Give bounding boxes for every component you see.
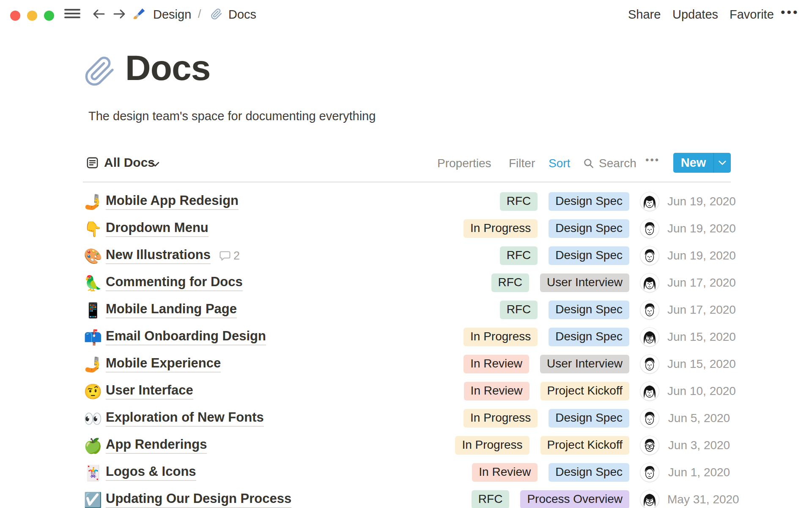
chevron-down-icon[interactable] <box>151 161 160 167</box>
row-title-group: 🤳Mobile App Redesign <box>84 188 239 215</box>
status-tag[interactable]: In Progress <box>464 409 538 428</box>
table-row[interactable]: ☑️Updating Our Design ProcessRFCProcess … <box>0 486 812 508</box>
avatar-man <box>640 409 659 428</box>
edited-date: Jun 10, 2020 <box>667 384 731 398</box>
category-tag[interactable]: Design Spec <box>549 246 629 265</box>
doc-title-link[interactable]: Mobile App Redesign <box>106 193 239 210</box>
doc-title-link[interactable]: New Illustrations <box>106 247 211 264</box>
table-row[interactable]: 👀Exploration of New FontsIn ProgressDesi… <box>0 405 812 432</box>
doc-title-link[interactable]: Email Onboarding Design <box>106 329 266 345</box>
doc-list: 🤳Mobile App RedesignRFCDesign SpecJun 19… <box>0 188 812 508</box>
table-row[interactable]: 🃏Logos & IconsIn ReviewDesign SpecJun 1,… <box>0 459 812 486</box>
row-properties: In ProgressDesign Spec <box>464 328 629 346</box>
category-tag[interactable]: Design Spec <box>549 463 629 482</box>
status-tag[interactable]: RFC <box>500 192 538 211</box>
filter-button[interactable]: Filter <box>509 157 535 170</box>
properties-button[interactable]: Properties <box>437 157 491 170</box>
updates-button[interactable]: Updates <box>672 8 718 22</box>
comment-bubble-icon <box>219 250 231 262</box>
status-tag[interactable]: In Review <box>464 355 529 373</box>
breadcrumb-docs[interactable]: Docs <box>228 8 256 22</box>
category-tag[interactable]: Design Spec <box>549 192 629 211</box>
category-tag[interactable]: Project Kickoff <box>540 436 629 455</box>
zoom-window-button[interactable] <box>44 11 54 21</box>
category-tag[interactable]: Project Kickoff <box>540 382 629 400</box>
edited-date: Jun 19, 2020 <box>667 222 731 235</box>
new-dropdown-chevron-icon[interactable] <box>714 160 731 166</box>
doc-title-link[interactable]: Dropdown Menu <box>106 220 208 237</box>
more-options-button[interactable]: ••• <box>781 5 799 19</box>
breadcrumb-separator: / <box>198 8 201 21</box>
breadcrumb-design[interactable]: Design <box>153 8 191 22</box>
doc-title-link[interactable]: Mobile Experience <box>106 356 221 373</box>
edited-date: Jun 3, 2020 <box>667 439 731 452</box>
list-view-icon <box>86 156 99 169</box>
doc-title-link[interactable]: Logos & Icons <box>106 464 196 481</box>
forward-arrow-icon[interactable] <box>112 6 127 22</box>
new-button[interactable]: New <box>673 153 731 173</box>
comment-count-badge[interactable]: 2 <box>219 249 240 262</box>
doc-title-link[interactable]: Commenting for Docs <box>106 274 243 291</box>
status-tag[interactable]: In Progress <box>464 219 538 238</box>
page-paperclip-icon[interactable] <box>84 55 116 87</box>
table-row[interactable]: 🎨New Illustrations2RFCDesign SpecJun 19,… <box>0 242 812 269</box>
avatar-woman <box>640 273 659 292</box>
category-tag[interactable]: Design Spec <box>549 219 629 238</box>
status-tag[interactable]: RFC <box>491 273 529 292</box>
page-emoji-icon: 🍏 <box>84 438 106 453</box>
row-title-group: 🃏Logos & Icons <box>84 459 196 486</box>
back-arrow-icon[interactable] <box>91 6 107 22</box>
status-tag[interactable]: In Progress <box>455 436 529 455</box>
row-title-group: 🍏App Renderings <box>84 432 207 459</box>
avatar-man <box>640 219 659 238</box>
status-tag[interactable]: RFC <box>500 246 538 265</box>
category-tag[interactable]: Process Overview <box>520 490 629 508</box>
status-tag[interactable]: RFC <box>500 301 538 319</box>
category-tag[interactable]: Design Spec <box>549 328 629 346</box>
table-row[interactable]: 👇Dropdown MenuIn ProgressDesign SpecJun … <box>0 215 812 242</box>
category-tag[interactable]: User Interview <box>540 273 629 292</box>
table-row[interactable]: 🤳Mobile App RedesignRFCDesign SpecJun 19… <box>0 188 812 215</box>
edited-date: May 31, 2020 <box>667 493 731 506</box>
category-tag[interactable]: User Interview <box>540 355 629 373</box>
doc-title-link[interactable]: Exploration of New Fonts <box>106 410 264 427</box>
category-tag[interactable]: Design Spec <box>549 301 629 319</box>
favorite-button[interactable]: Favorite <box>730 8 774 22</box>
edited-date: Jun 1, 2020 <box>667 466 731 479</box>
doc-title-link[interactable]: User Interface <box>106 383 193 400</box>
minimize-window-button[interactable] <box>27 11 37 21</box>
table-row[interactable]: 🦜Commenting for DocsRFCUser InterviewJun… <box>0 269 812 296</box>
table-row[interactable]: 📱Mobile Landing PageRFCDesign SpecJun 17… <box>0 296 812 323</box>
share-button[interactable]: Share <box>628 8 661 22</box>
page-emoji-icon: 👇 <box>84 221 106 236</box>
status-tag[interactable]: RFC <box>472 490 510 508</box>
table-row[interactable]: 🤳Mobile ExperienceIn ReviewUser Intervie… <box>0 351 812 378</box>
row-properties: In ReviewUser Interview <box>464 355 629 373</box>
view-selector[interactable]: All Docs <box>104 155 155 170</box>
doc-title-link[interactable]: Updating Our Design Process <box>106 491 291 508</box>
new-button-label[interactable]: New <box>673 156 713 170</box>
paperclip-icon <box>211 8 222 20</box>
category-tag[interactable]: Design Spec <box>549 409 629 428</box>
table-row[interactable]: 📫Email Onboarding DesignIn ProgressDesig… <box>0 323 812 351</box>
view-more-options-button[interactable]: ••• <box>645 154 660 166</box>
close-window-button[interactable] <box>10 11 20 21</box>
doc-title-link[interactable]: App Renderings <box>106 437 207 454</box>
status-tag[interactable]: In Review <box>464 382 529 400</box>
page-emoji-icon: 🤨 <box>84 384 106 399</box>
search-icon[interactable] <box>583 157 594 169</box>
avatar-man-glasses <box>640 436 659 455</box>
status-tag[interactable]: In Progress <box>464 328 538 346</box>
doc-title-link[interactable]: Mobile Landing Page <box>106 301 237 318</box>
search-button[interactable]: Search <box>599 157 636 170</box>
sidebar-toggle-menu-icon[interactable] <box>64 9 80 19</box>
row-title-group: 📫Email Onboarding Design <box>84 323 266 351</box>
page-emoji-icon: 🤳 <box>84 357 106 372</box>
sort-button[interactable]: Sort <box>549 157 570 170</box>
status-tag[interactable]: In Review <box>472 463 538 482</box>
row-title-group: 🎨New Illustrations2 <box>84 242 240 269</box>
table-row[interactable]: 🤨User InterfaceIn ReviewProject KickoffJ… <box>0 378 812 405</box>
page-emoji-icon: 📱 <box>84 303 106 318</box>
table-row[interactable]: 🍏App RenderingsIn ProgressProject Kickof… <box>0 432 812 459</box>
edited-date: Jun 5, 2020 <box>667 411 731 425</box>
